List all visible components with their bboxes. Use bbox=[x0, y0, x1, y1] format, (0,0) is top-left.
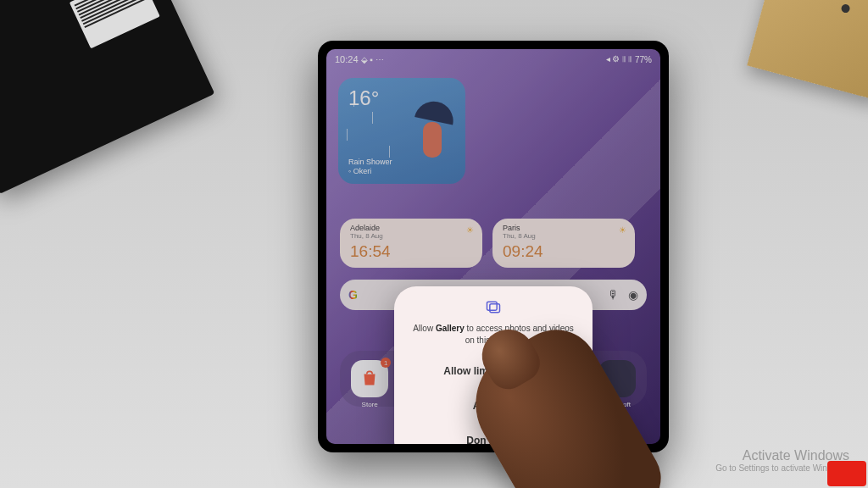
product-box: Galaxy Z Fold6 bbox=[0, 0, 214, 194]
svg-rect-0 bbox=[487, 302, 498, 310]
youtube-subscribe-chip bbox=[827, 461, 866, 486]
wooden-block bbox=[747, 0, 868, 101]
gallery-permission-icon bbox=[406, 298, 581, 319]
desk-scene: Galaxy Z Fold6 10:24 ⬙ ▪ ⋯ ◂ ⚙ ⫴ ⫴ 77% bbox=[0, 0, 868, 488]
barcode-icon bbox=[70, 0, 160, 48]
svg-rect-1 bbox=[490, 304, 500, 313]
